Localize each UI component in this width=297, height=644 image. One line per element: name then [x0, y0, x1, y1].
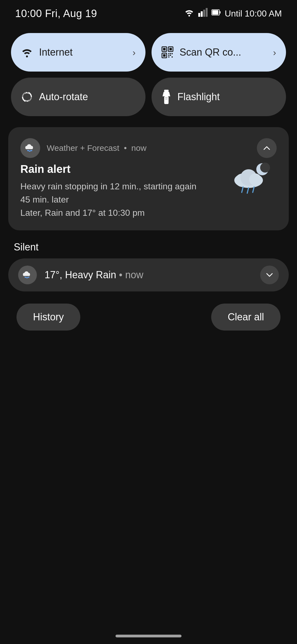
scan-qr-tile-label: Scan QR co... [180, 47, 267, 58]
auto-rotate-tile[interactable]: Auto-rotate [11, 78, 145, 116]
notification-app-meta: Weather + Forecast • now [47, 143, 147, 153]
svg-rect-26 [165, 97, 168, 98]
compact-weather-text: 17°, Heavy Rain [45, 269, 116, 280]
notification-app-name: Weather + Forecast [47, 143, 119, 152]
clear-all-button[interactable]: Clear all [211, 304, 280, 331]
svg-rect-17 [172, 53, 173, 54]
weather-app-icon [20, 138, 40, 158]
svg-line-37 [253, 187, 254, 192]
battery-text: Until 10:00 AM [225, 9, 282, 19]
action-buttons-row: History Clear all [0, 291, 297, 343]
scan-qr-tile-arrow: › [273, 47, 276, 58]
notification-title: Rain alert [20, 163, 222, 175]
svg-rect-3 [203, 10, 205, 17]
quick-tiles-grid: Internet › Scan QR co... › [0, 25, 297, 122]
notification-body-line3: Later, Rain and 17° at 10:30 pm [20, 208, 145, 218]
compact-notification[interactable]: 17°, Heavy Rain • now [8, 258, 289, 291]
notification-header-left: Weather + Forecast • now [20, 138, 147, 158]
notification-card: Weather + Forecast • now Rain alert Heav… [8, 127, 289, 230]
internet-tile-arrow: › [133, 47, 136, 58]
svg-rect-16 [170, 53, 171, 54]
svg-rect-4 [206, 8, 208, 17]
svg-rect-27 [165, 99, 168, 99]
notification-content: Rain alert Heavy rain stopping in 12 min… [20, 163, 277, 219]
compact-expand-button[interactable] [260, 266, 279, 284]
notification-collapse-button[interactable] [257, 138, 277, 158]
svg-point-34 [249, 173, 261, 185]
rotate-tile-icon [21, 91, 33, 103]
battery-icon [211, 8, 221, 19]
notification-text: Rain alert Heavy rain stopping in 12 min… [20, 163, 222, 219]
notification-body-line1: Heavy rain stopping in 12 min., starting… [20, 181, 196, 191]
notification-timestamp: now [131, 143, 147, 152]
silent-section-label: Silent [14, 241, 283, 253]
svg-rect-24 [164, 90, 169, 92]
wifi-tile-icon [21, 47, 33, 58]
compact-notification-timestamp: • now [119, 269, 144, 280]
qr-tile-icon [161, 46, 174, 58]
signal-icon [198, 8, 208, 19]
svg-rect-21 [168, 56, 169, 58]
svg-rect-20 [172, 56, 173, 58]
flashlight-tile-icon [161, 90, 171, 104]
svg-rect-12 [169, 48, 172, 50]
status-bar: 10:00 Fri, Aug 19 [0, 0, 297, 25]
notification-body: Heavy rain stopping in 12 min., starting… [20, 180, 222, 219]
notification-header: Weather + Forecast • now [20, 138, 277, 158]
internet-tile-label: Internet [39, 47, 127, 58]
flashlight-tile-label: Flashlight [177, 91, 276, 103]
internet-tile[interactable]: Internet › [11, 33, 145, 72]
rain-cloud-illustration [227, 160, 277, 196]
notification-body-line2: 45 min. later [20, 195, 69, 204]
svg-rect-18 [168, 55, 169, 56]
svg-rect-10 [163, 48, 166, 50]
history-button[interactable]: History [16, 304, 80, 331]
svg-rect-14 [163, 54, 166, 57]
svg-point-8 [26, 56, 28, 58]
compact-weather-icon [18, 266, 37, 284]
svg-line-35 [242, 187, 243, 192]
svg-rect-6 [219, 11, 221, 13]
flashlight-tile[interactable]: Flashlight [152, 78, 286, 116]
svg-rect-7 [212, 10, 218, 15]
home-indicator[interactable] [116, 635, 182, 637]
status-icons: Until 10:00 AM [184, 8, 282, 19]
svg-point-0 [188, 15, 190, 17]
svg-rect-19 [170, 55, 171, 56]
svg-rect-1 [198, 13, 200, 17]
svg-line-36 [247, 188, 249, 193]
auto-rotate-tile-label: Auto-rotate [39, 91, 136, 103]
svg-rect-2 [201, 11, 203, 17]
compact-notification-text: 17°, Heavy Rain • now [45, 269, 252, 281]
status-time: 10:00 Fri, Aug 19 [15, 8, 97, 20]
svg-rect-15 [168, 53, 169, 54]
svg-point-30 [260, 163, 270, 173]
scan-qr-tile[interactable]: Scan QR co... › [152, 33, 286, 72]
wifi-status-icon [184, 8, 194, 19]
